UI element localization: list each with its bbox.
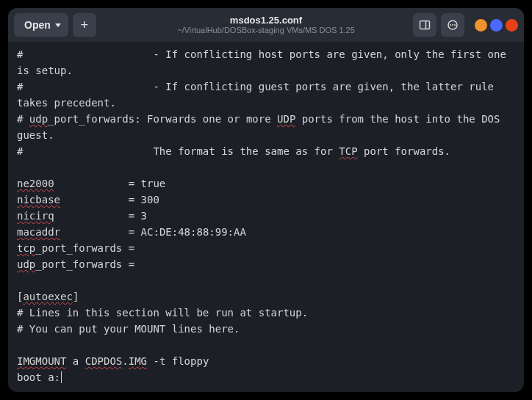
text-segment: macaddr — [17, 226, 60, 238]
title-block: msdos1.25.conf ~/VirtualHub/DOSBox-stagi… — [177, 15, 355, 36]
editor-line — [17, 272, 515, 288]
text-segment: # The format is the same as for — [17, 145, 339, 157]
document-title: msdos1.25.conf — [177, 15, 355, 26]
sidebar-toggle-button[interactable] — [413, 13, 436, 37]
open-button[interactable]: Open — [14, 13, 68, 37]
window-controls — [475, 19, 518, 32]
headerbar: Open + msdos1.25.conf ~/VirtualHub/DOSBo… — [8, 8, 524, 42]
editor-line: nicbase = 300 — [17, 192, 515, 208]
text-segment: UDP — [277, 113, 295, 125]
editor-line: ne2000 = true — [17, 175, 515, 192]
text-segment: _port_forwards: Forwards one or more — [48, 113, 277, 125]
editor-line: udp_port_forwards = — [17, 256, 515, 272]
text-segment: TCP — [339, 145, 357, 157]
text-segment: tcp — [17, 242, 35, 254]
headerbar-right — [413, 13, 518, 37]
text-segment: udp — [29, 113, 48, 125]
svg-rect-0 — [420, 21, 430, 29]
headerbar-left: Open + — [14, 13, 96, 37]
text-segment: ] — [73, 291, 79, 302]
editor-line: # udp_port_forwards: Forwards one or mor… — [17, 111, 515, 143]
editor-line: # - If conflicting host ports are given,… — [17, 46, 515, 79]
svg-point-4 — [452, 24, 453, 26]
text-segment: # You can put your MOUNT lines here. — [17, 323, 240, 335]
text-segment: nicbase — [17, 194, 60, 206]
text-segment: = 300 — [60, 194, 159, 206]
editor-line — [17, 159, 515, 175]
editor-line: nicirq = 3 — [17, 208, 515, 224]
text-segment: nicirq — [17, 210, 54, 222]
svg-point-5 — [454, 24, 456, 26]
text-segment: -t floppy — [147, 355, 209, 367]
text-segment: # — [17, 113, 29, 125]
kebab-menu-icon — [447, 19, 459, 31]
text-segment: udp — [17, 258, 35, 270]
maximize-button[interactable] — [490, 19, 503, 32]
editor-line: # You can put your MOUNT lines here. — [17, 321, 515, 337]
text-segment: = 3 — [54, 210, 147, 222]
minimize-button[interactable] — [475, 19, 487, 32]
text-segment: # Lines in this section will be run at s… — [17, 307, 308, 319]
text-segment: boot a: — [17, 371, 60, 383]
editor-line: boot a: — [17, 369, 515, 385]
text-segment: _port_forwards = — [35, 242, 140, 254]
text-segment: = AC:DE:48:88:99:AA — [60, 226, 246, 238]
text-segment: _port_forwards = — [35, 258, 140, 270]
editor-line: IMGMOUNT a CDPDOS.IMG -t floppy — [17, 353, 515, 369]
editor-window: Open + msdos1.25.conf ~/VirtualHub/DOSBo… — [8, 8, 524, 392]
plus-icon: + — [81, 18, 89, 33]
text-segment: ne2000 — [17, 178, 54, 189]
text-segment: . — [122, 355, 128, 367]
editor-line: macaddr = AC:DE:48:88:99:AA — [17, 224, 515, 240]
sidebar-icon — [419, 19, 431, 31]
new-tab-button[interactable]: + — [73, 13, 96, 37]
text-segment: a — [66, 355, 85, 367]
text-segment: # - If conflicting host ports are given,… — [17, 48, 512, 76]
text-cursor — [61, 371, 62, 383]
text-segment: CDPDOS — [85, 355, 123, 367]
text-segment: autoexec — [23, 291, 72, 302]
chevron-down-icon — [55, 23, 61, 27]
text-segment: IMG — [129, 355, 147, 367]
document-path: ~/VirtualHub/DOSBox-staging VMs/MS DOS 1… — [177, 26, 355, 35]
editor-line: # Lines in this section will be run at s… — [17, 305, 515, 321]
editor-line: # - If conflicting guest ports are given… — [17, 79, 515, 111]
open-button-label: Open — [24, 19, 51, 31]
svg-point-3 — [450, 24, 451, 26]
editor-line: # The format is the same as for TCP port… — [17, 143, 515, 159]
text-segment: port forwards. — [358, 145, 450, 157]
editor-line: [autoexec] — [17, 288, 515, 305]
text-segment: # - If conflicting guest ports are given… — [17, 81, 500, 109]
close-button[interactable] — [506, 19, 518, 32]
text-segment: IMGMOUNT — [17, 355, 66, 367]
text-editor[interactable]: # - If conflicting host ports are given,… — [8, 42, 524, 392]
editor-line — [17, 337, 515, 353]
editor-line: tcp_port_forwards = — [17, 240, 515, 256]
text-segment: = true — [54, 178, 166, 189]
menu-button[interactable] — [441, 13, 464, 37]
